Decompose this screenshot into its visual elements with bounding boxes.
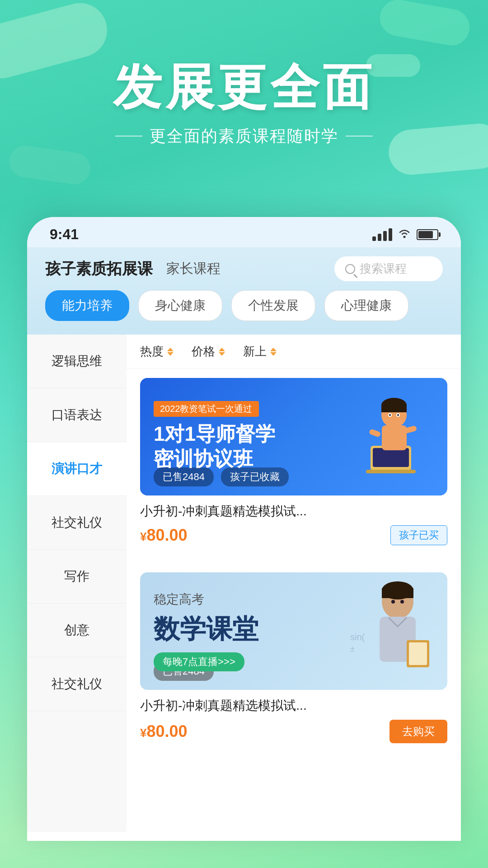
arrow-down-icon: [270, 352, 277, 356]
status-icons: [372, 228, 438, 241]
svg-rect-4: [382, 425, 407, 450]
svg-text:sin(: sin(: [350, 632, 365, 642]
svg-point-10: [389, 414, 391, 416]
svg-point-0: [404, 236, 406, 238]
svg-rect-2: [373, 448, 409, 467]
search-box[interactable]: 搜索课程: [334, 256, 443, 281]
battery-icon: [417, 229, 438, 240]
sidebar-item-speech[interactable]: 口语表达: [27, 388, 127, 442]
sort-bar: 热度 价格 新上: [127, 335, 461, 369]
svg-point-17: [391, 600, 395, 604]
course-banner-1[interactable]: 2022教资笔试一次通过 1对1导师督学 密训协议班: [140, 378, 447, 495]
course-banner-2[interactable]: 稳定高考 数学课堂 每晚7点直播>>>: [140, 572, 447, 690]
svg-point-11: [397, 414, 399, 416]
arrow-down-icon: [219, 352, 225, 356]
sidebar-item-writing[interactable]: 写作: [27, 550, 127, 604]
nav-row: 孩子素质拓展课 家长课程 搜索课程: [45, 256, 443, 281]
nav-title-main[interactable]: 孩子素质拓展课: [45, 259, 153, 279]
sidebar-item-creative[interactable]: 创意: [27, 604, 127, 657]
deco-blob-3: [387, 122, 488, 176]
app-header: 孩子素质拓展课 家长课程 搜索课程 能力培养 身心健康 个性发展 心理健康: [27, 247, 461, 335]
category-tabs: 能力培养 身心健康 个性发展 心理健康: [45, 290, 443, 326]
tab-health[interactable]: 身心健康: [138, 290, 222, 321]
sort-newest[interactable]: 新上: [243, 344, 295, 359]
svg-rect-12: [369, 429, 381, 438]
wifi-icon: [398, 228, 411, 241]
badge-buy-1[interactable]: 去购买: [389, 720, 447, 743]
banner-math-live: 每晚7点直播>>>: [154, 652, 244, 671]
status-time: 9:41: [50, 226, 79, 243]
course-card-1: 2022教资笔试一次通过 1对1导师督学 密训协议班: [140, 369, 447, 545]
banner-blue-bg: 2022教资笔试一次通过 1对1导师督学 密训协议班: [140, 378, 447, 495]
banner-tag: 2022教资笔试一次通过: [154, 401, 259, 417]
deco-blob-2: [377, 0, 473, 48]
course-card-2: 稳定高考 数学课堂 每晚7点直播>>>: [140, 563, 447, 743]
status-bar: 9:41: [27, 217, 461, 247]
banner-math-content: 稳定高考 数学课堂 每晚7点直播>>>: [154, 591, 258, 671]
sort-popularity-arrows: [167, 348, 174, 356]
arrow-down-icon: [167, 352, 174, 356]
search-placeholder: 搜索课程: [360, 261, 407, 277]
tab-personal[interactable]: 个性发展: [231, 290, 315, 321]
svg-rect-7: [381, 405, 407, 412]
sidebar-item-social1[interactable]: 社交礼仪: [27, 496, 127, 550]
price-row-2: ¥80.00 去购买: [140, 720, 447, 743]
banner-title-line1: 1对1导师督学: [154, 422, 275, 446]
hero-subtitle: 更全面的素质课程随时学: [150, 125, 338, 147]
banner-blue-content: 2022教资笔试一次通过 1对1导师督学 密训协议班: [154, 401, 275, 473]
main-content: 逻辑思维 口语表达 演讲口才 社交礼仪 写作 创意 社交礼仪 热度 价格: [27, 335, 461, 832]
banner-math-subtitle: 稳定高考: [154, 591, 258, 608]
course-name-2: 小升初-冲刺真题精选模拟试...: [140, 697, 447, 714]
course-name-1: 小升初-冲刺真题精选模拟试...: [140, 503, 447, 520]
svg-rect-21: [409, 642, 427, 665]
badge-bought-1[interactable]: 孩子已买: [390, 525, 447, 545]
hero-subtitle-wrap: 更全面的素质课程随时学: [108, 125, 380, 147]
sort-price[interactable]: 价格: [192, 344, 243, 359]
deco-blob-4: [7, 144, 92, 186]
svg-rect-16: [382, 588, 413, 598]
svg-point-18: [400, 600, 404, 604]
teacher-illustration: [348, 378, 438, 495]
arrow-up-icon: [219, 348, 225, 351]
price-1: ¥80.00: [140, 526, 188, 545]
deco-blob-1: [0, 0, 113, 85]
tab-ability[interactable]: 能力培养: [45, 290, 129, 321]
nav-title-sub[interactable]: 家长课程: [166, 259, 221, 278]
hero-title: 发展更全面: [113, 61, 375, 114]
sidebar-item-logic[interactable]: 逻辑思维: [27, 335, 127, 388]
arrow-up-icon: [270, 348, 277, 351]
banner-title-line2: 密训协议班: [154, 446, 275, 472]
sort-popularity[interactable]: 热度: [140, 344, 192, 359]
battery-fill: [418, 231, 433, 238]
sort-newest-arrows: [270, 348, 277, 356]
banner-math-title: 数学课堂: [154, 612, 258, 647]
sidebar: 逻辑思维 口语表达 演讲口才 社交礼仪 写作 创意 社交礼仪: [27, 335, 127, 832]
sidebar-item-presentation[interactable]: 演讲口才: [27, 442, 127, 496]
svg-text:±: ±: [350, 644, 355, 653]
signal-icon: [372, 228, 392, 241]
arrow-up-icon: [167, 348, 174, 351]
course-list: 2022教资笔试一次通过 1对1导师督学 密训协议班: [127, 369, 461, 832]
course-area: 热度 价格 新上: [127, 335, 461, 832]
banner-math-bg: 稳定高考 数学课堂 每晚7点直播>>>: [140, 572, 447, 690]
price-row-1: ¥80.00 孩子已买: [140, 525, 447, 545]
tab-mental[interactable]: 心理健康: [324, 290, 408, 321]
phone-mockup: 9:41 孩子素质拓展课 家: [27, 217, 461, 841]
sort-price-arrows: [219, 348, 225, 356]
sidebar-item-social2[interactable]: 社交礼仪: [27, 657, 127, 711]
svg-rect-3: [366, 470, 416, 473]
math-teacher-illustration: sin( ±: [343, 572, 443, 690]
search-icon: [345, 264, 355, 274]
price-2: ¥80.00: [140, 722, 188, 741]
hero-section: 发展更全面 更全面的素质课程随时学: [0, 0, 488, 217]
